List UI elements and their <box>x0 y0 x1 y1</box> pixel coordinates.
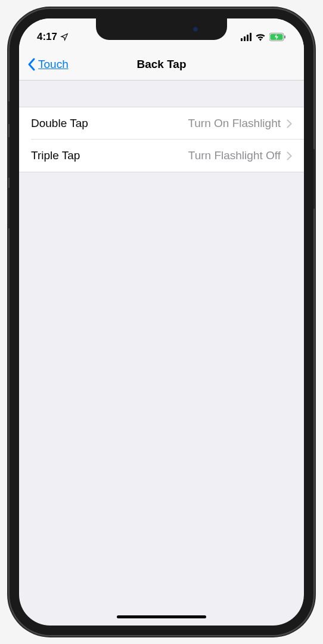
wifi-icon <box>255 33 266 41</box>
svg-rect-2 <box>284 36 285 39</box>
volume-down-button <box>7 188 10 228</box>
row-value-wrap: Turn Flashlight Off <box>188 149 292 162</box>
power-button <box>313 149 316 209</box>
row-value-wrap: Turn On Flashlight <box>188 117 292 130</box>
volume-up-button <box>7 137 10 178</box>
section-spacer <box>19 80 304 107</box>
status-time: 4:17 <box>37 31 57 43</box>
front-camera <box>192 26 198 32</box>
back-button-label: Touch <box>38 58 69 71</box>
status-right <box>241 33 286 41</box>
settings-list: Double Tap Turn On Flashlight Triple Tap… <box>19 107 304 172</box>
screen: 4:17 <box>19 18 304 626</box>
settings-row-triple-tap[interactable]: Triple Tap Turn Flashlight Off <box>19 140 304 172</box>
home-indicator[interactable] <box>117 615 206 618</box>
chevron-left-icon <box>27 58 36 71</box>
row-value: Turn Flashlight Off <box>188 149 281 162</box>
cellular-signal-icon <box>241 33 251 41</box>
chevron-right-icon <box>287 119 292 128</box>
back-button[interactable]: Touch <box>27 58 69 71</box>
notch <box>96 18 227 40</box>
phone-frame: 4:17 <box>10 9 313 635</box>
status-left: 4:17 <box>37 31 69 43</box>
location-icon <box>60 33 69 41</box>
settings-row-double-tap[interactable]: Double Tap Turn On Flashlight <box>19 107 304 140</box>
chevron-right-icon <box>287 151 292 160</box>
battery-charging-icon <box>269 33 286 41</box>
mute-switch <box>7 101 10 124</box>
row-label: Triple Tap <box>31 149 80 162</box>
nav-bar: Touch Back Tap <box>19 48 304 80</box>
page-title: Back Tap <box>136 58 186 71</box>
row-value: Turn On Flashlight <box>188 117 281 130</box>
row-label: Double Tap <box>31 117 88 130</box>
